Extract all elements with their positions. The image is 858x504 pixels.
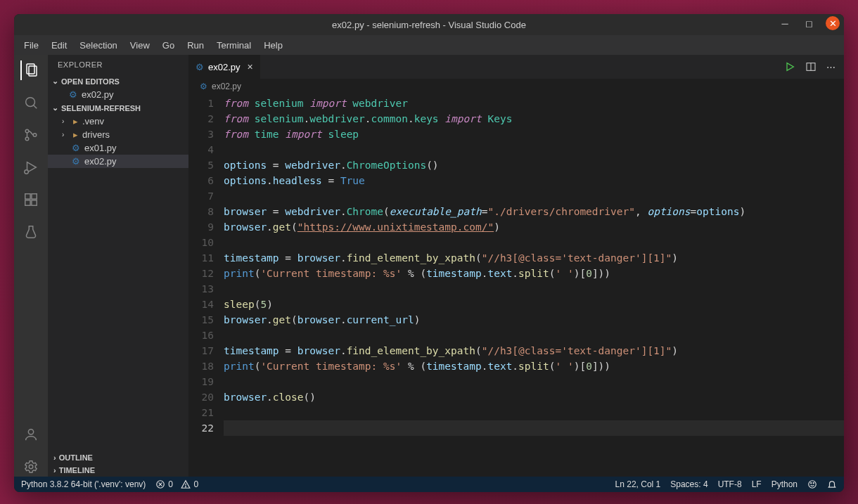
- run-debug-icon[interactable]: [21, 157, 41, 177]
- svg-line-3: [34, 105, 37, 109]
- close-tab-icon[interactable]: ×: [245, 61, 253, 72]
- activity-bar: [14, 55, 48, 477]
- svg-point-25: [813, 483, 814, 484]
- notifications-icon[interactable]: [827, 479, 837, 489]
- tabbar: ⚙ ex02.py × ⋯: [188, 55, 844, 79]
- status-python[interactable]: Python 3.8.2 64-bit ('.venv': venv): [21, 479, 146, 489]
- explorer-icon[interactable]: [20, 60, 40, 80]
- editor[interactable]: 12345678910111213141516171819202122 from…: [188, 94, 844, 477]
- svg-rect-12: [32, 194, 37, 199]
- menu-go[interactable]: Go: [157, 37, 180, 53]
- svg-rect-9: [25, 194, 30, 199]
- close-button[interactable]: ✕: [826, 16, 840, 30]
- run-icon[interactable]: [784, 61, 795, 72]
- menu-view[interactable]: View: [124, 37, 155, 53]
- status-language[interactable]: Python: [771, 479, 798, 489]
- svg-point-8: [25, 170, 29, 174]
- editor-group: ⚙ ex02.py × ⋯ ⚙ ex02.py: [188, 55, 844, 477]
- menu-run[interactable]: Run: [181, 37, 210, 53]
- python-icon: ⚙: [196, 62, 204, 72]
- menu-file[interactable]: File: [18, 37, 44, 53]
- svg-point-23: [809, 481, 817, 489]
- status-position[interactable]: Ln 22, Col 1: [615, 479, 661, 489]
- python-icon: ⚙: [72, 143, 80, 153]
- status-encoding[interactable]: UTF-8: [718, 479, 742, 489]
- svg-marker-15: [787, 63, 793, 71]
- timeline-section[interactable]: › TIMELINE: [48, 464, 188, 477]
- svg-rect-1: [29, 66, 37, 76]
- svg-point-24: [811, 483, 812, 484]
- maximize-button[interactable]: ◻: [802, 16, 816, 30]
- vscode-window: ex02.py - selenium-refresh - Visual Stud…: [14, 14, 844, 492]
- code-content[interactable]: from selenium import webdriverfrom selen…: [224, 94, 844, 477]
- chevron-down-icon: ⌄: [52, 103, 58, 112]
- more-actions-icon[interactable]: ⋯: [826, 62, 835, 72]
- folder-icon: ▸: [73, 129, 78, 140]
- menu-help[interactable]: Help: [258, 37, 288, 53]
- status-eol[interactable]: LF: [752, 479, 762, 489]
- chevron-right-icon: ›: [53, 453, 56, 462]
- tree-item-ex02[interactable]: ⚙ ex02.py: [48, 155, 188, 168]
- svg-rect-0: [27, 64, 34, 74]
- project-section[interactable]: ⌄ SELENIUM-REFRESH: [48, 101, 188, 115]
- svg-point-2: [26, 98, 35, 107]
- sidebar: EXPLORER ⌄ OPEN EDITORS ⚙ ex02.py ⌄ SELE…: [48, 55, 188, 477]
- svg-point-5: [25, 137, 29, 141]
- menu-terminal[interactable]: Terminal: [211, 37, 257, 53]
- line-numbers: 12345678910111213141516171819202122: [188, 94, 224, 477]
- breadcrumb[interactable]: ⚙ ex02.py: [188, 79, 844, 94]
- python-icon: ⚙: [69, 89, 77, 100]
- svg-point-6: [33, 134, 37, 137]
- svg-rect-11: [32, 200, 37, 205]
- window-title: ex02.py - selenium-refresh - Visual Stud…: [332, 20, 526, 30]
- svg-point-4: [25, 129, 29, 133]
- settings-icon[interactable]: [21, 457, 41, 477]
- tree-item-venv[interactable]: › ▸ .venv: [48, 115, 188, 128]
- feedback-icon[interactable]: [807, 479, 817, 489]
- tab-ex02[interactable]: ⚙ ex02.py ×: [188, 55, 261, 79]
- open-editors-section[interactable]: ⌄ OPEN EDITORS: [48, 75, 188, 88]
- accounts-icon[interactable]: [21, 425, 41, 444]
- titlebar: ex02.py - selenium-refresh - Visual Stud…: [14, 14, 844, 35]
- source-control-icon[interactable]: [21, 125, 41, 145]
- tree-item-ex01[interactable]: ⚙ ex01.py: [48, 141, 188, 155]
- svg-point-13: [28, 429, 33, 434]
- testing-icon[interactable]: [21, 222, 41, 242]
- chevron-right-icon: ›: [53, 466, 56, 474]
- statusbar: Python 3.8.2 64-bit ('.venv': venv) 0 0 …: [14, 477, 844, 492]
- python-icon: ⚙: [200, 82, 207, 91]
- chevron-right-icon: ›: [62, 131, 69, 138]
- search-icon[interactable]: [21, 93, 41, 112]
- status-problems[interactable]: 0 0: [155, 479, 198, 489]
- chevron-down-icon: ⌄: [52, 77, 58, 86]
- menu-edit[interactable]: Edit: [46, 37, 72, 53]
- extensions-icon[interactable]: [21, 190, 41, 209]
- tree-item-drivers[interactable]: › ▸ drivers: [48, 128, 188, 141]
- minimize-button[interactable]: ─: [778, 16, 792, 30]
- svg-point-14: [29, 465, 33, 469]
- menu-selection[interactable]: Selection: [74, 37, 122, 53]
- menubar: File Edit Selection View Go Run Terminal…: [14, 35, 844, 55]
- outline-section[interactable]: › OUTLINE: [48, 451, 188, 464]
- svg-rect-10: [25, 200, 30, 205]
- status-spaces[interactable]: Spaces: 4: [670, 479, 707, 489]
- split-editor-icon[interactable]: [805, 61, 817, 72]
- svg-point-22: [186, 486, 186, 487]
- open-editor-item[interactable]: ⚙ ex02.py: [48, 88, 188, 101]
- python-icon: ⚙: [72, 156, 80, 167]
- folder-icon: ▸: [73, 116, 78, 127]
- sidebar-title: EXPLORER: [48, 55, 188, 75]
- chevron-right-icon: ›: [62, 117, 69, 125]
